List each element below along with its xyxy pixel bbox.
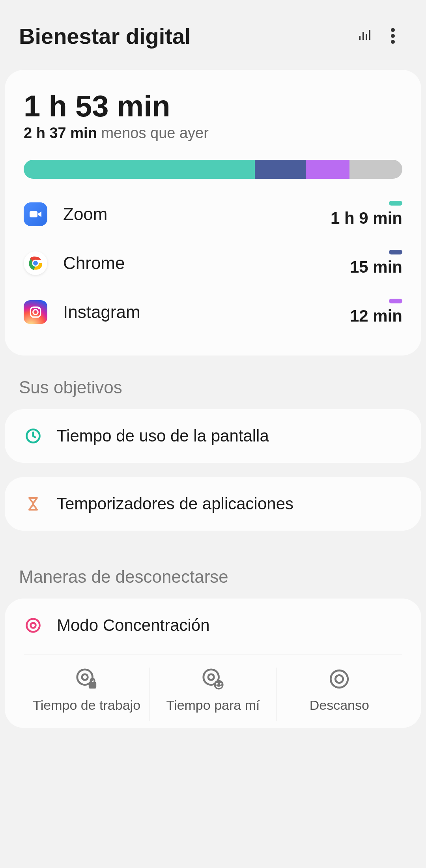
svg-point-1 [391, 34, 395, 38]
bar-segment [349, 160, 402, 179]
hourglass-icon [24, 494, 43, 513]
usage-bar [24, 160, 402, 179]
goal-app-timers[interactable]: Temporizadores de aplicaciones [5, 477, 421, 531]
svg-point-19 [214, 680, 223, 689]
svg-point-12 [27, 619, 40, 632]
svg-point-0 [391, 28, 395, 32]
app-color-pill [389, 299, 402, 303]
focus-tab-me[interactable]: Tiempo para mí [150, 668, 276, 721]
app-name: Zoom [63, 204, 315, 224]
bar-segment [24, 160, 255, 179]
svg-rect-16 [88, 682, 96, 688]
focus-tab-rest[interactable]: Descanso [277, 668, 402, 721]
focus-tab-work[interactable]: Tiempo de trabajo [24, 668, 150, 721]
app-name: Chrome [63, 253, 334, 273]
svg-point-21 [220, 683, 222, 685]
rest-focus-icon [328, 668, 351, 690]
instagram-icon [24, 300, 47, 324]
app-color-pill [389, 250, 402, 254]
svg-point-20 [216, 683, 218, 685]
focus-tab-label: Tiempo de trabajo [33, 698, 140, 713]
svg-point-10 [38, 308, 40, 309]
svg-point-2 [391, 40, 395, 44]
svg-point-18 [208, 674, 214, 680]
bar-segment [306, 160, 349, 179]
app-color-pill [389, 201, 402, 206]
focus-mode-card: Modo Concentración Tiempo de trabajo Tie… [5, 599, 421, 728]
target-icon [24, 616, 43, 635]
svg-point-23 [336, 675, 343, 683]
goal-label: Tiempo de uso de la pantalla [57, 427, 269, 445]
focus-tabs: Tiempo de trabajo Tiempo para mí Descans… [24, 655, 402, 721]
bar-segment [255, 160, 306, 179]
goal-label: Temporizadores de aplicaciones [57, 494, 293, 513]
more-icon[interactable] [379, 22, 407, 50]
chrome-icon [24, 251, 47, 275]
stats-icon[interactable] [350, 22, 379, 50]
me-focus-icon [202, 668, 224, 690]
svg-point-9 [33, 310, 38, 315]
app-name: Instagram [63, 302, 334, 322]
focus-tab-label: Descanso [310, 698, 369, 713]
app-time: 12 min [350, 307, 402, 326]
clock-icon [24, 427, 43, 445]
page-title: Bienestar digital [19, 23, 350, 49]
app-row-instagram[interactable]: Instagram 12 min [24, 288, 402, 337]
focus-mode-header[interactable]: Modo Concentración [24, 616, 402, 640]
total-screen-time: 1 h 53 min [24, 89, 402, 123]
usage-card[interactable]: 1 h 53 min 2 h 37 min menos que ayer Zoo… [5, 70, 421, 355]
focus-mode-label: Modo Concentración [57, 616, 210, 635]
svg-rect-3 [30, 211, 37, 217]
svg-point-22 [331, 670, 348, 688]
app-row-chrome[interactable]: Chrome 15 min [24, 239, 402, 288]
comparison-rest: menos que ayer [97, 125, 209, 141]
goals-section-title: Sus objetivos [0, 355, 426, 409]
comparison-text: 2 h 37 min menos que ayer [24, 125, 402, 142]
work-focus-icon [75, 668, 98, 690]
focus-tab-label: Tiempo para mí [166, 698, 260, 713]
disconnect-section-title: Maneras de desconectarse [0, 545, 426, 599]
svg-point-15 [82, 674, 88, 680]
app-time: 1 h 9 min [331, 209, 402, 228]
app-time: 15 min [350, 258, 402, 277]
zoom-icon [24, 202, 47, 226]
comparison-value: 2 h 37 min [24, 125, 97, 141]
svg-point-13 [31, 623, 36, 628]
app-header: Bienestar digital [0, 0, 426, 70]
goal-screen-time[interactable]: Tiempo de uso de la pantalla [5, 409, 421, 463]
app-row-zoom[interactable]: Zoom 1 h 9 min [24, 190, 402, 239]
